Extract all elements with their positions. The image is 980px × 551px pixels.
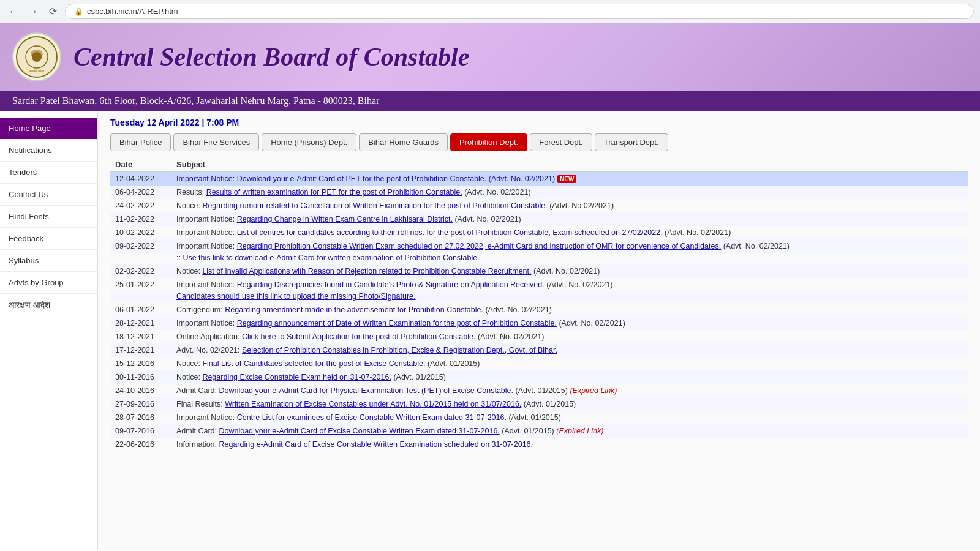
forward-button[interactable]: → [26, 4, 40, 19]
sep: | [200, 118, 207, 127]
dept-tab-4[interactable]: Prohibition Dept. [450, 133, 527, 151]
row-suffix-8: (Advt. No. 02/2021) [483, 305, 552, 314]
row-link-5[interactable]: Regarding Prohibition Constable Written … [237, 242, 722, 250]
row-date-5: 09-02-2022 [110, 239, 172, 253]
row-date-9: 28-12-2021 [110, 317, 172, 330]
row-link-9[interactable]: Regarding announcement of Date of Writte… [237, 319, 557, 328]
row-suffix-9: (Advt. No. 02/2021) [557, 319, 625, 328]
row-link-7[interactable]: Regarding Discrepancies found in Candida… [237, 280, 545, 289]
row-link-18[interactable]: Regarding e-Admit Card of Excise Constab… [219, 440, 533, 449]
row-subject-18: Information: Regarding e-Admit Card of E… [172, 438, 968, 451]
row-expired-17: (Expired Link) [556, 427, 603, 435]
table-row-9: 28-12-2021Important Notice: Regarding an… [110, 317, 968, 330]
sidebar-item-1[interactable]: Notifications [0, 140, 97, 162]
sidebar-item-2[interactable]: Tenders [0, 162, 97, 184]
row-date-0: 12-04-2022 [110, 172, 172, 186]
row-link-16[interactable]: Centre List for examinees of Excise Cons… [237, 413, 507, 422]
row-prefix-17: Admit Card: [176, 427, 219, 435]
row-sublink-anchor-7[interactable]: Candidates should use this link to uploa… [176, 292, 416, 301]
row-suffix-17: (Advt. 01/2015) [500, 427, 556, 435]
row-suffix-6: (Advt. No. 02/2021) [532, 267, 600, 276]
sidebar-item-3[interactable]: Contact Us [0, 184, 97, 206]
sidebar-item-4[interactable]: Hindi Fonts [0, 206, 97, 228]
row-prefix-5: Important Notice: [176, 242, 237, 250]
url-text: csbc.bih.nic.in/A-REP.htm [87, 7, 178, 16]
row-prefix-1: Results: [176, 188, 206, 197]
table-row-0: 12-04-2022Important Notice: Download you… [110, 172, 968, 186]
table-row-10: 18-12-2021Online Application: Click here… [110, 330, 968, 343]
row-subject-4: Important Notice: List of centres for ca… [172, 226, 968, 239]
dept-tab-6[interactable]: Transport Dept. [595, 133, 668, 151]
row-link-4[interactable]: List of centres for candidates according… [237, 228, 663, 237]
row-suffix-5: (Advt. No. 02/2021) [721, 242, 790, 250]
row-link-1[interactable]: Results of written examination for PET f… [206, 188, 462, 197]
row-subject-13: Notice: Regarding Excise Constable Exam … [172, 370, 968, 384]
row-subject-2: Notice: Regarding rumour related to Canc… [172, 199, 968, 212]
row-subject-8: Corrigendum: Regarding amendment made in… [172, 303, 968, 317]
row-date-8: 06-01-2022 [110, 303, 172, 317]
row-subject-3: Important Notice: Regarding Change in Wi… [172, 212, 968, 226]
reload-button[interactable]: ⟳ [45, 4, 60, 19]
dept-tab-3[interactable]: Bihar Home Guards [359, 133, 448, 151]
row-sublink-7: Candidates should use this link to uploa… [172, 291, 968, 303]
row-link-17[interactable]: Download your e-Admit Card of Excise Con… [219, 427, 499, 435]
row-link-0[interactable]: Important Notice: Download your e-Admit … [176, 174, 555, 183]
back-button[interactable]: ← [6, 4, 21, 19]
address-text: Sardar Patel Bhawan, 6th Floor, Block-A/… [12, 96, 379, 106]
datetime-bar: Tuesday 12 April 2022 | 7:08 PM [110, 118, 968, 127]
table-row-18: 22-06-2016Information: Regarding e-Admit… [110, 438, 968, 451]
row-suffix-10: (Advt. No. 02/2021) [475, 332, 544, 341]
sidebar-item-5[interactable]: Feedback [0, 228, 97, 250]
row-suffix-16: (Advt. 01/2015) [507, 413, 561, 422]
row-date-16: 28-07-2016 [110, 411, 172, 424]
dept-tab-0[interactable]: Bihar Police [110, 133, 171, 151]
lock-icon: 🔒 [74, 7, 83, 16]
row-date-2: 24-02-2022 [110, 199, 172, 212]
row-link-11[interactable]: Selection of Prohibition Constables in P… [242, 346, 557, 354]
row-link-8[interactable]: Regarding amendment made in the advertis… [225, 305, 483, 314]
row-subject-9: Important Notice: Regarding announcement… [172, 317, 968, 330]
address-bar[interactable]: 🔒 csbc.bih.nic.in/A-REP.htm [65, 4, 974, 19]
row-prefix-11: Advt. No. 02/2021: [176, 346, 242, 354]
site-header: सत्यमेव जयते Central Selection Board of … [0, 23, 980, 91]
table-row-6: 02-02-2022Notice: List of Invalid Applic… [110, 264, 968, 278]
row-link-14[interactable]: Download your e-Admit Card for Physical … [219, 386, 513, 395]
table-row-7: 25-01-2022Important Notice: Regarding Di… [110, 278, 968, 291]
row-subject-5: Important Notice: Regarding Prohibition … [172, 239, 968, 253]
dept-tab-1[interactable]: Bihar Fire Services [173, 133, 259, 151]
svg-text:सत्यमेव जयते: सत्यमेव जयते [29, 69, 44, 73]
row-date-17: 09-07-2016 [110, 424, 172, 438]
sidebar-item-6[interactable]: Syllabus [0, 250, 97, 272]
row-subject-12: Notice: Final List of Candidates selecte… [172, 357, 968, 370]
row-link-12[interactable]: Final List of Candidates selected for th… [202, 359, 425, 368]
sidebar: Home PageNotificationsTendersContact UsH… [0, 111, 98, 550]
row-link-13[interactable]: Regarding Excise Constable Exam held on … [202, 373, 391, 381]
row-link-15[interactable]: Written Examination of Excise Constables… [225, 400, 521, 408]
sidebar-item-0[interactable]: Home Page [0, 118, 97, 140]
dept-tab-2[interactable]: Home (Prisons) Dept. [262, 133, 356, 151]
row-link-2[interactable]: Regarding rumour related to Cancellation… [202, 201, 547, 210]
svg-point-4 [31, 50, 43, 58]
row-suffix-3: (Advt. No. 02/2021) [453, 215, 521, 223]
row-date-11: 17-12-2021 [110, 343, 172, 357]
row-link-3[interactable]: Regarding Change in Witten Exam Centre i… [237, 215, 453, 223]
row-date-1: 06-04-2022 [110, 186, 172, 199]
row-suffix-13: (Advt. 01/2015) [391, 373, 446, 381]
table-row-12: 15-12-2016Notice: Final List of Candidat… [110, 357, 968, 370]
row-subject-17: Admit Card: Download your e-Admit Card o… [172, 424, 968, 438]
row-suffix-2: (Advt. No 02/2021) [548, 201, 614, 210]
row-prefix-10: Online Application: [176, 332, 242, 341]
table-row-13: 30-11-2016Notice: Regarding Excise Const… [110, 370, 968, 384]
time-label: 7:08 PM [206, 118, 239, 127]
row-date-10: 18-12-2021 [110, 330, 172, 343]
table-row-8: 06-01-2022Corrigendum: Regarding amendme… [110, 303, 968, 317]
table-row-2: 24-02-2022Notice: Regarding rumour relat… [110, 199, 968, 212]
row-link-6[interactable]: List of Invalid Applications with Reason… [202, 267, 531, 276]
dept-tab-5[interactable]: Forest Dept. [530, 133, 592, 151]
row-sublink-anchor-5[interactable]: :: Use this link to download e-Admit Car… [176, 253, 480, 262]
row-link-10[interactable]: Click here to Submit Application for the… [242, 332, 475, 341]
sidebar-item-8[interactable]: आरक्षण आदेश [0, 294, 97, 317]
sidebar-item-7[interactable]: Advts by Group [0, 272, 97, 294]
table-row-1: 06-04-2022Results: Results of written ex… [110, 186, 968, 199]
row-subject-1: Results: Results of written examination … [172, 186, 968, 199]
